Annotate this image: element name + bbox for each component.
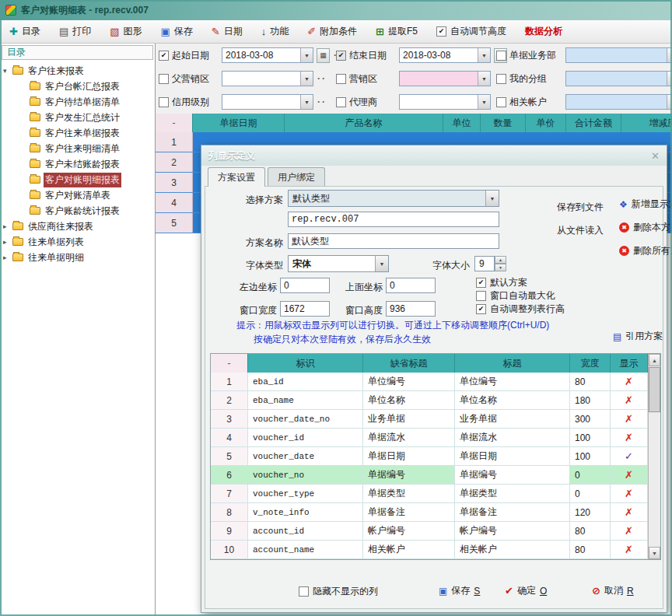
- save-button[interactable]: ▣ 保存: [161, 25, 193, 38]
- dialog-cancel-button[interactable]: ⊘ 取消 R: [592, 584, 634, 597]
- grid-column-header[interactable]: -: [156, 114, 193, 132]
- title-cell[interactable]: 单位编号: [455, 373, 570, 391]
- my-group-select[interactable]: ▼: [565, 71, 672, 86]
- default-title-cell[interactable]: 单据日期: [363, 447, 455, 466]
- default-title-cell[interactable]: 业务单据: [363, 410, 455, 429]
- account-select[interactable]: ▼: [565, 94, 672, 110]
- expand-arrow-icon[interactable]: ▸: [3, 254, 12, 261]
- dropdown-arrow-icon[interactable]: ▼: [667, 95, 672, 109]
- columns-table-column-header[interactable]: 显示: [611, 354, 648, 373]
- width-cell[interactable]: 120: [570, 503, 611, 522]
- show-flag-cell[interactable]: ✗: [611, 503, 648, 522]
- column-identifier[interactable]: voucher_type: [248, 485, 363, 503]
- title-cell[interactable]: 单据编号: [455, 466, 570, 485]
- dropdown-arrow-icon[interactable]: ▼: [478, 95, 490, 109]
- width-cell[interactable]: 300: [570, 410, 611, 429]
- tree-item[interactable]: 客户发生汇总统计: [0, 110, 155, 125]
- default-title-cell[interactable]: 帐户编号: [363, 522, 455, 541]
- delete-plan-button[interactable]: ✖ 删除本方案: [619, 221, 672, 234]
- functions-button[interactable]: ↓ 功能: [261, 25, 289, 38]
- width-cell[interactable]: 80: [570, 522, 611, 541]
- show-flag-cell[interactable]: ✗: [611, 391, 648, 410]
- grid-column-header[interactable]: 单价: [526, 114, 566, 132]
- columns-table-row[interactable]: 2 eba_name 单位名称 单位名称 180 ✗: [211, 391, 660, 410]
- spin-down-icon[interactable]: ▼: [495, 264, 506, 271]
- auto-row-height-toggle[interactable]: ✔ 自动调整列表行高: [476, 303, 565, 316]
- column-identifier[interactable]: voucher_id: [248, 429, 363, 447]
- title-cell[interactable]: 单据类型: [455, 485, 570, 503]
- save-to-file-label[interactable]: 保存到文件: [557, 201, 611, 214]
- dropdown-arrow-icon[interactable]: ▼: [300, 48, 313, 62]
- dialog-save-button[interactable]: ▣ 保存 S: [439, 584, 480, 597]
- dialog-ok-button[interactable]: ✔ 确定 O: [505, 584, 547, 597]
- default-title-cell[interactable]: 单位名称: [363, 391, 455, 410]
- tree-item[interactable]: 客户往来单据报表: [0, 125, 155, 141]
- dropdown-arrow-icon[interactable]: ▼: [478, 72, 490, 86]
- dropdown-arrow-icon[interactable]: ▼: [667, 72, 672, 86]
- left-coord-field[interactable]: 0: [280, 278, 330, 293]
- grid-column-header[interactable]: 单位: [443, 114, 481, 132]
- add-plan-button[interactable]: ❖ 新增显示方案: [619, 198, 672, 211]
- show-flag-cell[interactable]: ✗: [611, 429, 648, 447]
- default-title-cell[interactable]: 单据类型: [363, 485, 455, 503]
- title-cell[interactable]: 帐户编号: [455, 522, 570, 541]
- columns-table-row[interactable]: 3 voucher_date_no 业务单据 业务单据 300 ✗: [211, 410, 660, 429]
- show-flag-cell[interactable]: ✗: [611, 466, 648, 485]
- auto-maximize-toggle[interactable]: ✔ 窗口自动最大化: [476, 289, 555, 303]
- title-cell[interactable]: 单据流水: [455, 429, 570, 447]
- dropdown-arrow-icon[interactable]: ▼: [375, 256, 388, 271]
- dropdown-arrow-icon[interactable]: ▼: [478, 48, 490, 62]
- table-scrollbar[interactable]: ▲ ▼: [648, 354, 660, 559]
- default-title-cell[interactable]: 单据备注: [363, 503, 455, 522]
- credit-checkbox[interactable]: ✔: [159, 97, 169, 107]
- column-identifier[interactable]: voucher_no: [248, 466, 363, 485]
- hide-hidden-columns-checkbox[interactable]: ✔: [299, 586, 309, 597]
- show-flag-cell[interactable]: ✗: [611, 373, 648, 391]
- show-flag-cell[interactable]: ✗: [611, 485, 648, 503]
- columns-table-row[interactable]: 6 voucher_no 单据编号 单据编号 0 ✗: [211, 466, 660, 485]
- end-date-input[interactable]: 2018-03-08 ▼: [399, 47, 491, 63]
- title-cell[interactable]: 单据备注: [455, 503, 570, 522]
- columns-table-row[interactable]: 9 account_id 帐户编号 帐户编号 80 ✗: [211, 522, 660, 541]
- region-select[interactable]: ▼: [399, 71, 491, 86]
- show-flag-cell[interactable]: ✓: [611, 447, 648, 466]
- columns-table-row[interactable]: 8 v_note_info 单据备注 单据备注 120 ✗: [211, 503, 660, 522]
- credit-select[interactable]: ▼: [222, 94, 313, 110]
- tree-item[interactable]: ▸ 往来单据明细: [0, 250, 155, 265]
- columns-table-column-header[interactable]: 缺省标题: [363, 354, 455, 373]
- column-identifier[interactable]: voucher_date: [248, 447, 363, 466]
- directory-button[interactable]: ✚ 目录: [9, 25, 40, 38]
- width-cell[interactable]: 100: [570, 429, 611, 447]
- show-flag-cell[interactable]: ✗: [611, 541, 648, 559]
- columns-table-row[interactable]: 4 voucher_id 单据流水 单据流水 100 ✗: [211, 429, 660, 447]
- date-button[interactable]: ✎ 日期: [212, 25, 243, 38]
- tree-item[interactable]: 客户对账清单表: [0, 187, 155, 203]
- columns-table-column-header[interactable]: 宽度: [570, 354, 611, 373]
- dropdown-arrow-icon[interactable]: ▼: [667, 48, 672, 62]
- plan-name-field[interactable]: 默认类型: [288, 233, 499, 249]
- column-identifier[interactable]: v_note_info: [248, 503, 363, 522]
- default-plan-toggle[interactable]: ✔ 默认方案: [476, 276, 527, 289]
- agent-select[interactable]: ▼: [399, 94, 491, 110]
- dropdown-arrow-icon[interactable]: ▼: [485, 191, 499, 206]
- scroll-down-icon[interactable]: ▼: [649, 547, 660, 559]
- expand-arrow-icon[interactable]: ▾: [3, 67, 12, 75]
- default-title-cell[interactable]: 相关帐户: [363, 541, 455, 559]
- grid-column-header[interactable]: 合计金额: [566, 114, 621, 132]
- grid-column-header[interactable]: 单据日期: [193, 114, 285, 132]
- auto-height-toggle[interactable]: ✔ 自动调节高度: [436, 25, 506, 38]
- auto-maximize-checkbox[interactable]: ✔: [476, 291, 486, 301]
- my-group-checkbox[interactable]: ✔: [496, 74, 506, 84]
- columns-table-column-header[interactable]: -: [211, 354, 248, 373]
- column-identifier[interactable]: voucher_date_no: [248, 410, 363, 429]
- parent-region-checkbox[interactable]: ✔: [159, 74, 169, 84]
- dropdown-arrow-icon[interactable]: ▼: [300, 95, 313, 109]
- plan-file-field[interactable]: rep.recv.007: [288, 212, 499, 227]
- default-plan-checkbox[interactable]: ✔: [476, 278, 486, 288]
- graph-button[interactable]: ▧ 图形: [110, 25, 142, 38]
- read-from-file-label[interactable]: 从文件读入: [557, 224, 611, 237]
- scrollbar-thumb[interactable]: [649, 367, 660, 412]
- tree-item[interactable]: ▸ 往来单据列表: [0, 234, 155, 250]
- columns-table-column-header[interactable]: 标识: [248, 354, 363, 373]
- end-date-checkbox[interactable]: ✔: [336, 51, 346, 61]
